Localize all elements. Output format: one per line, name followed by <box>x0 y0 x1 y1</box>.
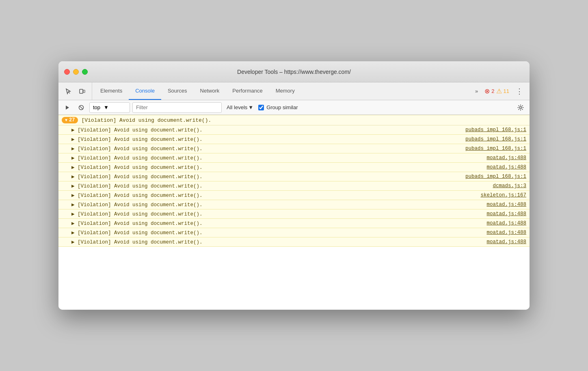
levels-dropdown[interactable]: All levels ▼ <box>224 104 256 111</box>
tab-bar-tools <box>62 82 92 100</box>
more-tabs-button[interactable]: » <box>472 82 481 100</box>
row-message: ▶ [Violation] Avoid using document.write… <box>71 229 480 236</box>
row-message: ▶ [Violation] Avoid using document.write… <box>71 164 480 170</box>
table-row: ▶ [Violation] Avoid using document.write… <box>58 219 530 228</box>
warn-icon: ⚠ <box>496 87 502 95</box>
row-source[interactable]: moatad.js:488 <box>480 202 526 207</box>
group-similar-checkbox[interactable] <box>258 105 264 110</box>
table-row: ▶ [Violation] Avoid using document.write… <box>58 163 530 172</box>
tab-network[interactable]: Network <box>194 82 226 100</box>
row-source[interactable]: pubads_impl_168.js:1 <box>459 127 526 133</box>
chevron-down-icon: ▼ <box>104 104 109 110</box>
svg-point-5 <box>520 106 522 108</box>
console-content: ▼ 27 [Violation] Avoid using document.wr… <box>58 115 530 310</box>
error-badge: ⊗ 2 ⚠ 11 <box>481 82 512 100</box>
table-row: ▶ [Violation] Avoid using document.write… <box>58 135 530 144</box>
play-icon <box>65 105 70 110</box>
row-source[interactable]: dcmads.js:3 <box>486 183 526 189</box>
table-row: ▶ [Violation] Avoid using document.write… <box>58 237 530 247</box>
console-toolbar: top ▼ All levels ▼ Group similar <box>58 100 530 115</box>
minimize-button[interactable] <box>73 69 79 75</box>
filter-input[interactable] <box>132 102 222 113</box>
tab-memory[interactable]: Memory <box>269 82 301 100</box>
table-row: ▶ [Violation] Avoid using document.write… <box>58 181 530 191</box>
svg-rect-1 <box>83 90 85 93</box>
row-source[interactable]: moatad.js:488 <box>480 239 526 245</box>
row-message: ▶ [Violation] Avoid using document.write… <box>71 136 459 142</box>
group-header-message: [Violation] Avoid using document.write()… <box>81 117 211 123</box>
table-row: ▶ [Violation] Avoid using document.write… <box>58 228 530 237</box>
row-message: ▶ [Violation] Avoid using document.write… <box>71 145 459 152</box>
table-row: ▶ [Violation] Avoid using document.write… <box>58 209 530 219</box>
svg-line-4 <box>80 106 83 109</box>
row-message: ▶ [Violation] Avoid using document.write… <box>71 201 480 208</box>
context-selector[interactable]: top ▼ <box>89 102 130 113</box>
console-settings-button[interactable] <box>515 102 526 113</box>
group-triangle-icon: ▼ <box>65 118 67 123</box>
traffic-lights <box>64 69 88 75</box>
row-source[interactable]: moatad.js:488 <box>480 164 526 170</box>
group-badge: ▼ 27 <box>62 117 78 123</box>
group-similar-label[interactable]: Group similar <box>266 104 298 110</box>
tab-list: Elements Console Sources Network Perform… <box>94 82 472 100</box>
console-group-header[interactable]: ▼ 27 [Violation] Avoid using document.wr… <box>58 115 530 125</box>
group-similar-control: Group similar <box>258 104 298 110</box>
device-icon <box>79 88 85 95</box>
table-row: ▶ [Violation] Avoid using document.write… <box>58 191 530 200</box>
table-row: ▶ [Violation] Avoid using document.write… <box>58 125 530 135</box>
close-button[interactable] <box>64 69 70 75</box>
devtools-window: Developer Tools – https://www.theverge.c… <box>58 61 530 310</box>
tab-elements[interactable]: Elements <box>94 82 129 100</box>
tab-bar: Elements Console Sources Network Perform… <box>58 82 530 100</box>
tab-performance[interactable]: Performance <box>226 82 269 100</box>
inspect-element-button[interactable] <box>62 85 75 98</box>
error-count: 2 <box>491 88 494 94</box>
row-message: ▶ [Violation] Avoid using document.write… <box>71 173 459 180</box>
row-message: ▶ [Violation] Avoid using document.write… <box>71 192 474 198</box>
row-message: ▶ [Violation] Avoid using document.write… <box>71 127 459 133</box>
block-icon-button[interactable] <box>76 102 87 113</box>
row-source[interactable]: pubads_impl_168.js:1 <box>459 146 526 151</box>
window-title: Developer Tools – https://www.theverge.c… <box>237 69 351 75</box>
title-bar: Developer Tools – https://www.theverge.c… <box>58 61 530 82</box>
row-message: ▶ [Violation] Avoid using document.write… <box>71 220 480 226</box>
table-row: ▶ [Violation] Avoid using document.write… <box>58 153 530 163</box>
row-message: ▶ [Violation] Avoid using document.write… <box>71 239 480 245</box>
clear-console-button[interactable] <box>62 102 73 113</box>
block-icon <box>78 105 84 110</box>
row-source[interactable]: moatad.js:488 <box>480 155 526 161</box>
row-source[interactable]: moatad.js:488 <box>480 220 526 226</box>
row-message: ▶ [Violation] Avoid using document.write… <box>71 211 480 217</box>
warn-count: 11 <box>504 88 509 94</box>
row-source[interactable]: moatad.js:488 <box>480 211 526 217</box>
row-source[interactable]: pubads_impl_168.js:1 <box>459 174 526 179</box>
maximize-button[interactable] <box>82 69 88 75</box>
device-toolbar-button[interactable] <box>76 85 89 98</box>
tab-console[interactable]: Console <box>129 82 161 100</box>
group-count: 27 <box>69 117 75 123</box>
table-row: ▶ [Violation] Avoid using document.write… <box>58 144 530 153</box>
more-options-button[interactable]: ⋮ <box>512 82 526 100</box>
table-row: ▶ [Violation] Avoid using document.write… <box>58 200 530 209</box>
svg-rect-0 <box>80 89 83 93</box>
row-source[interactable]: moatad.js:488 <box>480 230 526 235</box>
settings-gear-icon <box>517 104 524 111</box>
table-row: ▶ [Violation] Avoid using document.write… <box>58 172 530 181</box>
error-icon: ⊗ <box>484 87 490 95</box>
levels-chevron-icon: ▼ <box>248 104 253 110</box>
svg-marker-2 <box>66 106 69 110</box>
row-message: ▶ [Violation] Avoid using document.write… <box>71 155 480 161</box>
row-source[interactable]: skeleton.js:167 <box>474 192 526 198</box>
tab-sources[interactable]: Sources <box>161 82 194 100</box>
row-message: ▶ [Violation] Avoid using document.write… <box>71 183 486 189</box>
row-source[interactable]: pubads_impl_168.js:1 <box>459 136 526 142</box>
cursor-icon <box>65 88 71 95</box>
